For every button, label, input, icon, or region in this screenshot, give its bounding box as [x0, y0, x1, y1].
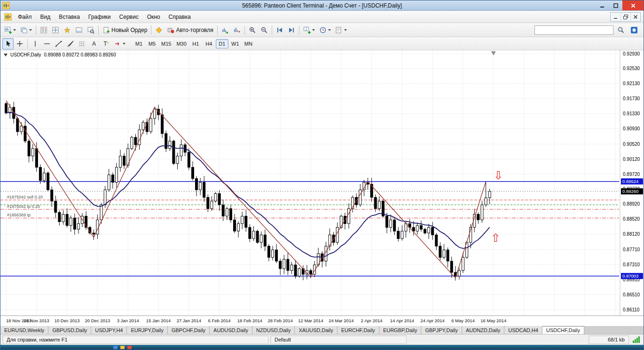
zoom-out-icon [260, 26, 268, 34]
mdi-minimize-button[interactable] [611, 13, 620, 21]
symbol-tab[interactable]: AUDUSD,Daily [210, 326, 252, 334]
svg-text:⇧: ⇧ [491, 231, 501, 244]
menu-help[interactable]: Справка [165, 12, 195, 22]
symbol-tab[interactable]: EURJPY,Daily [127, 326, 168, 334]
fibonacci-tool-button[interactable] [77, 38, 88, 49]
search-input[interactable] [534, 25, 613, 35]
one-click-trading-icon[interactable] [4, 54, 8, 56]
chart-area[interactable]: USDCHF,Daily 0.89088 0.89272 0.88983 0.8… [0, 50, 644, 326]
text-tool-button[interactable]: A [88, 38, 100, 49]
maximize-button[interactable] [609, 0, 622, 10]
svg-text:14 Apr 2014: 14 Apr 2014 [390, 318, 414, 323]
tf-w1-button[interactable]: W1 [229, 39, 242, 48]
menu-window[interactable]: Окно [143, 12, 165, 22]
menu-view[interactable]: Вид [36, 12, 55, 22]
connection-signal-icon [631, 336, 642, 343]
menu-charts[interactable]: Графики [84, 12, 115, 22]
taskbar-browser-icon[interactable] [127, 346, 132, 349]
tf-mn-button[interactable]: MN [242, 39, 255, 48]
chart-tabs-bar: EURUSD,Weekly GBPUSD,Daily USDJPY,H4 EUR… [0, 326, 644, 334]
cursor-tool-button[interactable] [2, 38, 14, 49]
search-button[interactable] [615, 24, 627, 36]
close-button[interactable] [622, 0, 644, 10]
mdi-restore-button[interactable] [620, 13, 630, 21]
symbol-tab[interactable]: GBPJPY,Daily [421, 326, 462, 334]
label-tool-icon: T [102, 40, 110, 48]
minimize-button[interactable] [595, 0, 609, 10]
new-order-label: Новый Ордер [111, 27, 147, 33]
scroll-end-button[interactable] [286, 24, 297, 36]
label-tool-button[interactable]: T [100, 38, 111, 49]
symbol-tab[interactable]: GBPCHF,Daily [168, 326, 210, 334]
tf-h1-button[interactable]: H1 [189, 39, 202, 48]
tf-m5-button[interactable]: M5 [146, 39, 158, 48]
community-button[interactable] [628, 24, 640, 36]
menu-file[interactable]: Файл [14, 12, 36, 22]
auto-scroll-button[interactable] [220, 24, 231, 36]
zoom-in-button[interactable] [247, 24, 258, 36]
hline-tool-button[interactable] [41, 38, 53, 49]
templates-button[interactable] [333, 24, 349, 36]
menu-insert[interactable]: Вставка [55, 12, 84, 22]
arrow-object-icon [114, 40, 121, 48]
vline-tool-button[interactable] [30, 38, 41, 49]
zoom-in-icon [249, 26, 256, 34]
chart-svg[interactable]: #1875042 sell 0.20#1875042 tp 0.20#18663… [0, 50, 644, 326]
tf-d1-button[interactable]: D1 [216, 39, 228, 48]
tf-h4-button[interactable]: H4 [203, 39, 215, 48]
symbol-tab[interactable]: USDCAD,H4 [504, 326, 542, 334]
trendline-tool-button[interactable] [53, 38, 64, 49]
symbol-tab[interactable]: USDJPY,H4 [91, 326, 127, 334]
maximize-icon [613, 2, 619, 9]
svg-text:3 Jan 2014: 3 Jan 2014 [117, 318, 139, 323]
new-chart-icon [4, 26, 12, 34]
terminal-menu-icon[interactable] [4, 13, 12, 21]
scroll-start-button[interactable] [274, 24, 285, 36]
new-order-button[interactable]: Новый Ордер [101, 24, 149, 36]
navigator-button[interactable] [62, 24, 73, 36]
metaeditor-button[interactable] [153, 24, 165, 36]
svg-text:#1875042 sell 0.20: #1875042 sell 0.20 [7, 195, 43, 199]
periods-button[interactable] [317, 24, 333, 36]
taskbar-app-icon[interactable] [113, 346, 118, 349]
mdi-close-button[interactable] [630, 13, 640, 21]
svg-text:0.87003: 0.87003 [622, 273, 638, 278]
data-window-button[interactable] [50, 24, 61, 36]
tf-m15-button[interactable]: M15 [159, 39, 173, 48]
svg-text:0.92530: 0.92530 [623, 66, 640, 71]
zoom-out-button[interactable] [259, 24, 270, 36]
symbol-tab-active[interactable]: USDCHF,Daily [542, 326, 584, 334]
autotrading-button[interactable]: Авто-торговля [165, 24, 215, 36]
symbol-tab[interactable]: EURGBP,Daily [379, 326, 422, 334]
profiles-button[interactable] [18, 24, 34, 36]
svg-text:0.86510: 0.86510 [623, 292, 640, 297]
status-profile[interactable]: Default [270, 335, 407, 344]
arrow-objects-button[interactable] [112, 38, 127, 49]
symbol-tab[interactable]: EURUSD,Weekly [0, 326, 48, 334]
new-chart-button[interactable] [2, 24, 18, 36]
tf-m30-button[interactable]: M30 [174, 39, 188, 48]
terminal-panel-button[interactable] [73, 24, 85, 36]
taskbar-folder-icon[interactable] [120, 346, 125, 349]
strategy-tester-button[interactable] [85, 24, 96, 36]
symbol-tab[interactable]: EURCHF,Daily [338, 326, 379, 334]
channel-icon [67, 40, 74, 48]
svg-text:0.89524: 0.89524 [622, 179, 638, 184]
symbol-tab[interactable]: XAUUSD,Daily [295, 326, 337, 334]
crosshair-tool-button[interactable] [14, 38, 25, 49]
symbol-tab[interactable]: AUDNZD,Daily [462, 326, 504, 334]
channel-tool-button[interactable] [65, 38, 76, 49]
market-watch-button[interactable] [38, 24, 49, 36]
menu-tools[interactable]: Сервис [115, 12, 143, 22]
symbol-tab[interactable]: NZDUSD,Daily [252, 326, 295, 334]
mdi-close-icon [632, 14, 639, 20]
tf-m1-button[interactable]: M1 [133, 39, 145, 48]
status-bar: Для справки, нажмите F1 Default 68/1 kb [0, 334, 644, 345]
title-bar: 565896: Panteon Client Terminal - Демо С… [0, 0, 644, 11]
symbol-tab[interactable]: GBPUSD,Daily [48, 326, 91, 334]
svg-text:12 Mar 2014: 12 Mar 2014 [298, 318, 323, 323]
chart-shift-button[interactable] [231, 24, 243, 36]
mdi-restore-icon [622, 14, 629, 20]
indicators-button[interactable] [301, 24, 317, 36]
close-icon [630, 2, 636, 9]
